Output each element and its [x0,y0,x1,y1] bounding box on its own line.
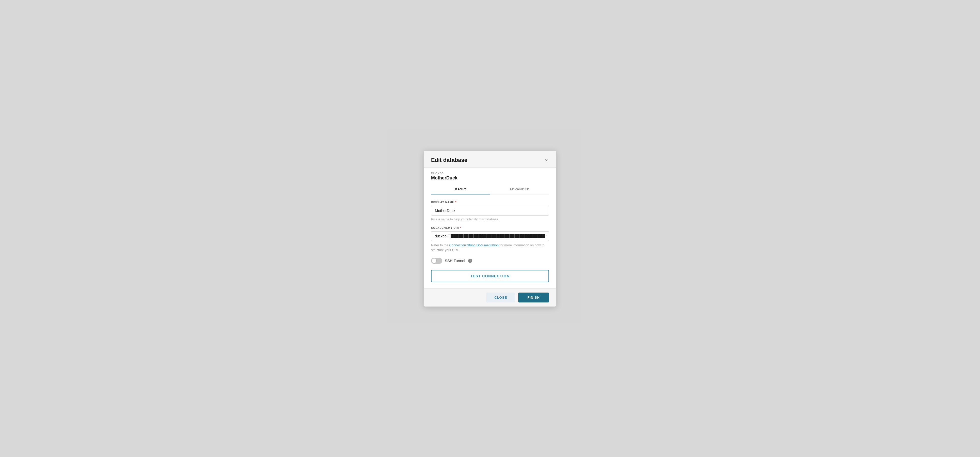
edit-database-modal: Edit database × DUCKDB MotherDuck BASIC … [424,151,556,307]
ssh-tunnel-row: SSH Tunnel i [431,258,549,264]
test-connection-button[interactable]: TEST CONNECTION [431,270,549,282]
sqlalchemy-uri-label: SQLALCHEMY URI * [431,226,549,229]
db-type-label: DUCKDB [431,172,549,175]
tab-basic[interactable]: BASIC [431,185,490,194]
close-button[interactable]: CLOSE [486,293,515,303]
display-name-required: * [455,201,457,204]
modal-subtitle: DUCKDB MotherDuck [424,168,556,181]
display-name-hint: Pick a name to help you identify this da… [431,217,549,221]
finish-button[interactable]: FINISH [518,293,549,303]
modal-body: DISPLAY NAME * Pick a name to help you i… [424,194,556,288]
modal-overlay: Edit database × DUCKDB MotherDuck BASIC … [0,0,980,457]
ssh-tunnel-slider [431,258,442,264]
display-name-field-group: DISPLAY NAME * Pick a name to help you i… [431,201,549,221]
tabs-container: BASIC ADVANCED [431,185,549,194]
tab-advanced[interactable]: ADVANCED [490,185,549,194]
ssh-tunnel-info-icon: i [468,259,472,263]
uri-hint: Refer to the Connection String Documenta… [431,243,549,253]
ssh-tunnel-label: SSH Tunnel [445,258,465,263]
connection-string-doc-link[interactable]: Connection String Documentation [449,243,499,247]
display-name-label: DISPLAY NAME * [431,201,549,204]
modal-footer: CLOSE FINISH [424,288,556,307]
ssh-tunnel-toggle[interactable] [431,258,442,264]
sqlalchemy-uri-required: * [460,226,461,229]
modal-header: Edit database × [424,151,556,168]
modal-title: Edit database [431,157,468,164]
modal-close-button[interactable]: × [544,157,549,163]
display-name-input[interactable] [431,205,549,215]
sqlalchemy-uri-field-group: SQLALCHEMY URI * Refer to the Connection… [431,226,549,253]
db-name-label: MotherDuck [431,175,549,181]
sqlalchemy-uri-input[interactable] [431,231,549,241]
